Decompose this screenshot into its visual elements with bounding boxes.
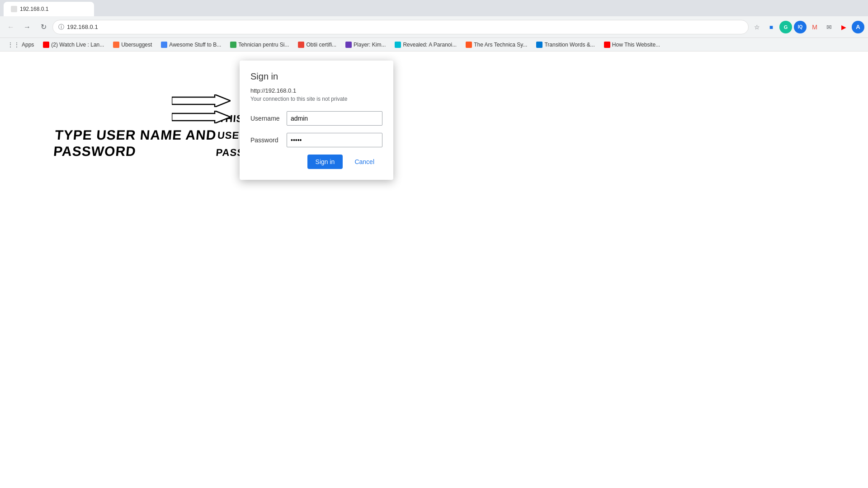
revealed-favicon (395, 42, 401, 48)
browser-frame: 192.168.0.1 ← → ↻ ⓘ 192.168.0.1 ☆ ■ G IQ… (0, 0, 868, 488)
bookmark-tehnician-label: Tehnician pentru Si... (238, 42, 289, 48)
tab-favicon (11, 6, 17, 12)
password-input[interactable] (287, 133, 382, 147)
awesome-favicon (161, 42, 167, 48)
bookmark-howyoutube-label: How This Website... (612, 42, 660, 48)
signin-button[interactable]: Sign in (307, 155, 343, 169)
bookmark-obtii[interactable]: Obtii certifi... (294, 41, 340, 49)
apps-grid-icon: ⋮⋮ (7, 41, 20, 48)
lock-icon: ⓘ (58, 23, 64, 31)
cancel-button[interactable]: Cancel (346, 155, 382, 169)
bookmark-awesome-label: Awesome Stuff to B... (169, 42, 221, 48)
email-icon[interactable]: ✉ (823, 21, 835, 33)
password-label: Password (250, 136, 287, 144)
password-field: Password (250, 133, 382, 147)
tab-bar: 192.168.0.1 (0, 0, 868, 16)
bookmark-howyoutube[interactable]: How This Website... (600, 41, 664, 49)
username-input[interactable] (287, 111, 382, 126)
youtube-icon[interactable]: ▶ (837, 21, 850, 33)
username-label: Username (250, 115, 287, 122)
bookmarks-bar: ⋮⋮ Apps (2) Watch Live : Lan... Ubersugg… (0, 38, 868, 52)
bookmark-youtube-label: (2) Watch Live : Lan... (51, 42, 104, 48)
bookmark-player-label: Player: Kim... (354, 42, 386, 48)
player-favicon (345, 42, 352, 48)
youtube-favicon (43, 42, 49, 48)
howyoutube-favicon (604, 42, 610, 48)
username-field: Username (250, 111, 382, 126)
bookmark-youtube[interactable]: (2) Watch Live : Lan... (39, 41, 108, 49)
wix-favicon (536, 42, 542, 48)
bookmark-revealed[interactable]: Revealed: A Paranoi... (391, 41, 460, 49)
ubersuggest-favicon (113, 42, 119, 48)
profile-avatar[interactable]: A (852, 21, 864, 33)
dialog-overlay: Sign in http://192.168.0.1 Your connecti… (0, 52, 868, 488)
address-bar[interactable]: ⓘ 192.168.0.1 (52, 20, 749, 34)
active-tab[interactable]: 192.168.0.1 (4, 2, 94, 16)
toolbar: ← → ↻ ⓘ 192.168.0.1 ☆ ■ G IQ M ✉ ▶ A (0, 16, 868, 38)
reload-button[interactable]: ↻ (36, 20, 51, 34)
dialog-warning: Your connection to this site is not priv… (250, 96, 382, 102)
address-text: 192.168.0.1 (67, 23, 98, 30)
back-button[interactable]: ← (4, 20, 18, 34)
dialog-title: Sign in (250, 71, 382, 82)
obtii-favicon (298, 42, 304, 48)
bookmark-wix-label: Transition Words &... (544, 42, 594, 48)
bookmark-ubersuggest[interactable]: Ubersuggest (109, 41, 156, 49)
bookmark-ubersuggest-label: Ubersuggest (121, 42, 152, 48)
bookmark-revealed-label: Revealed: A Paranoi... (403, 42, 457, 48)
bookmark-tehnician[interactable]: Tehnician pentru Si... (226, 41, 292, 49)
bookmark-apps-label: Apps (22, 42, 34, 48)
tehnician-favicon (230, 42, 236, 48)
ars-favicon (466, 42, 472, 48)
bookmark-awesome[interactable]: Awesome Stuff to B... (157, 41, 225, 49)
grammarly-icon[interactable]: G (779, 21, 792, 33)
extensions-puzzle-icon[interactable]: ■ (765, 21, 778, 33)
page-content: TYPE USER NAME AND PASSWORD THIS IS USUA… (0, 52, 868, 488)
iq-icon[interactable]: IQ (794, 21, 807, 33)
bookmark-star-icon[interactable]: ☆ (750, 21, 763, 33)
toolbar-right: ☆ ■ G IQ M ✉ ▶ A (750, 21, 864, 33)
bookmark-wix[interactable]: Transition Words &... (533, 41, 598, 49)
dialog-url: http://192.168.0.1 (250, 87, 382, 94)
tab-title: 192.168.0.1 (20, 6, 48, 12)
bookmark-ars-label: The Ars Technica Sy... (474, 42, 527, 48)
bookmark-ars[interactable]: The Ars Technica Sy... (462, 41, 531, 49)
signin-dialog: Sign in http://192.168.0.1 Your connecti… (240, 61, 393, 180)
gmail-icon[interactable]: M (808, 21, 821, 33)
forward-button[interactable]: → (20, 20, 34, 34)
bookmark-player[interactable]: Player: Kim... (342, 41, 389, 49)
bookmark-apps[interactable]: ⋮⋮ Apps (4, 40, 38, 49)
bookmark-obtii-label: Obtii certifi... (306, 42, 336, 48)
dialog-buttons: Sign in Cancel (250, 155, 382, 169)
